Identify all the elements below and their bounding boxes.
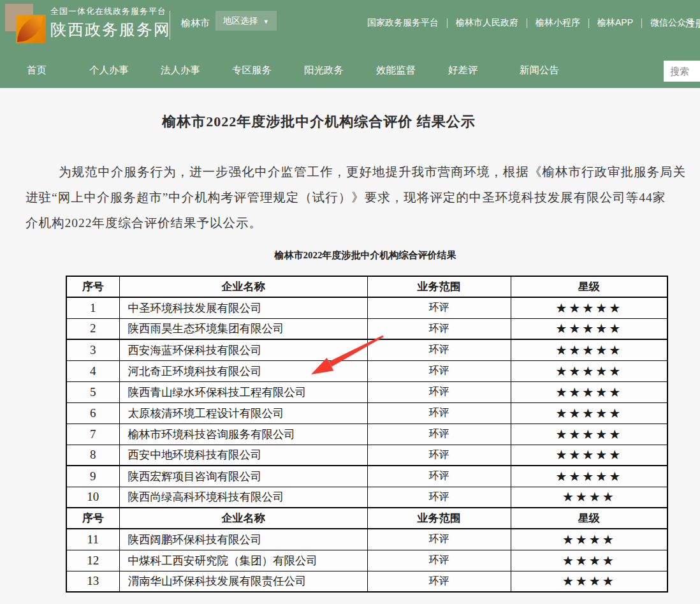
column-header: 星级 [511,276,667,297]
cell-name: 陕西尚绿高科环境科技有限公司 [119,487,367,508]
site-name: 陕西政务服务网 [50,19,171,40]
top-link-national-platform[interactable]: 国家政务服务平台 [367,17,439,29]
cell-stars: ★★★★ [511,529,667,550]
column-header: 企业名称 [119,276,367,297]
cell-no: 8 [66,445,119,466]
announcement-paragraph: 为规范中介服务行为，进一步强化中介监管工作，更好地提升我市营商环境，根据《榆林市… [26,159,700,236]
link-separator [588,18,589,28]
nav-item-news[interactable]: 新闻公告 [520,64,559,77]
column-header: 企业名称 [119,508,367,529]
top-link-city-government[interactable]: 榆林市人民政府 [456,17,518,29]
cell-name: 渭南华山环保科技发展有限责任公司 [119,571,367,592]
link-separator [527,18,527,28]
cell-scope: 环评 [367,360,511,381]
column-header: 序号 [66,276,119,297]
cell-no: 5 [66,381,119,402]
top-link-mini-program[interactable]: 榆林小程序 [536,17,580,29]
link-separator [641,18,642,28]
top-link-app[interactable]: 榆林APP [597,17,633,29]
cell-scope: 环评 [367,297,511,318]
column-header: 业务范围 [367,276,511,297]
cell-scope: 环评 [367,571,511,592]
region-selector-button[interactable]: 地区选择 ▼ [215,11,277,31]
header-divider [170,11,170,40]
table-row: 3西安海蓝环保科技有限公司环评★★★★★ [66,339,667,360]
nav-item-sunshine[interactable]: 阳光政务 [304,64,344,77]
table-row: 4河北奇正环境科技有限公司环评★★★★★ [66,360,667,381]
table-row: 1中圣环境科技发展有限公司环评★★★★★ [66,297,667,318]
cell-stars: ★★★★★ [511,402,667,424]
cell-no: 6 [66,402,119,424]
paragraph-line: 进驻“网上中介服务超市”中介机构考评管理规定（试行）》要求，现将评定的中圣环境科… [26,185,700,210]
cell-scope: 环评 [367,381,511,402]
brand-block: 全国一体化在线政务服务平台 陕西政务服务网 [50,6,171,40]
table-row: 10陕西尚绿高科环境科技有限公司环评★★★★ [66,487,667,508]
region-selector-label: 地区选择 [223,16,258,26]
nav-item-personal[interactable]: 个人办事 [89,64,129,77]
cell-no: 9 [66,466,119,487]
cell-stars: ★★★★ [511,571,667,592]
cell-scope: 环评 [367,318,511,339]
platform-subtitle: 全国一体化在线政务服务平台 [50,6,171,17]
cell-scope: 环评 [367,424,511,445]
table-row: 2陕西雨昊生态环境集团有限公司环评★★★★★ [66,318,667,339]
table-row: 13渭南华山环保科技发展有限责任公司环评★★★★ [66,571,667,592]
table-header-row: 序号企业名称业务范围星级 [66,508,667,529]
cell-no: 1 [66,297,119,318]
cell-name: 陕西阔鹏环保科技有限公司 [119,529,367,550]
cell-no: 11 [66,529,119,550]
column-header: 星级 [511,508,667,529]
cell-stars: ★★★★★ [511,318,667,339]
table-header-row: 序号企业名称业务范围星级 [66,276,667,297]
cell-stars: ★★★★★ [511,297,667,318]
cell-no: 4 [66,360,119,381]
cell-name: 陕西青山绿水环保科技工程有限公司 [119,381,367,402]
nav-item-supervision[interactable]: 效能监督 [376,64,416,77]
cell-stars: ★★★★ [511,487,667,508]
cell-stars: ★★★★★ [511,360,667,381]
paragraph-line: 介机构2022年度综合评价结果予以公示。 [26,210,700,236]
site-header: 全国一体化在线政务服务平台 陕西政务服务网 榆林市 地区选择 ▼ 国家政务服务平… [0,0,700,88]
site-logo[interactable] [5,4,46,43]
cell-name: 河北奇正环境科技有限公司 [119,360,367,381]
cell-scope: 环评 [367,466,511,487]
nav-item-rating[interactable]: 好差评 [448,64,478,77]
search-input[interactable] [664,61,700,82]
cell-stars: ★★★★★ [511,381,667,402]
table-row: 9陕西宏辉项目咨询有限公司环评★★★★★ [66,466,667,487]
page-title: 榆林市2022年度涉批中介机构综合评价 结果公示 [0,112,638,131]
table-row: 8西安中地环境科技有限公司环评★★★★★ [66,445,667,466]
nav-item-legal[interactable]: 法人办事 [161,64,200,77]
table-row: 11陕西阔鹏环保科技有限公司环评★★★★ [66,529,667,550]
cell-scope: 环评 [367,550,511,571]
cell-name: 太原核清环境工程设计有限公司 [119,402,367,424]
chevron-down-icon: ▼ [263,18,269,25]
register-link[interactable]: 注册 [685,18,700,30]
table-row: 7榆林市环境科技咨询服务有限公司环评★★★★★ [66,424,667,445]
cell-no: 10 [66,487,119,508]
cell-no: 13 [66,571,119,592]
cell-stars: ★★★★★ [511,466,667,487]
nav-item-home[interactable]: 首页 [27,64,47,77]
table-caption: 榆林市2022年度涉批中介机构综合评价结果 [47,249,684,261]
results-table-body: 序号企业名称业务范围星级1中圣环境科技发展有限公司环评★★★★★2陕西雨昊生态环… [66,276,667,592]
cell-scope: 环评 [367,529,511,550]
cell-name: 中圣环境科技发展有限公司 [119,297,367,318]
cell-name: 中煤科工西安研究院（集团）有限公司 [119,550,367,571]
search-box [664,61,700,82]
cell-no: 3 [66,339,119,360]
column-header: 序号 [66,508,119,529]
nav-item-zones[interactable]: 专区服务 [232,64,272,77]
table-row: 6太原核清环境工程设计有限公司环评★★★★★ [66,402,667,424]
link-separator [447,18,448,28]
column-header: 业务范围 [367,508,511,529]
cell-no: 7 [66,424,119,445]
cell-name: 西安海蓝环保科技有限公司 [119,339,367,360]
cell-scope: 环评 [367,487,511,508]
cell-name: 西安中地环境科技有限公司 [119,445,367,466]
cell-scope: 环评 [367,402,511,424]
table-row: 5陕西青山绿水环保科技工程有限公司环评★★★★★ [66,381,667,402]
cell-scope: 环评 [367,339,511,360]
table-row: 12中煤科工西安研究院（集团）有限公司环评★★★★ [66,550,667,571]
cell-name: 陕西宏辉项目咨询有限公司 [119,466,367,487]
